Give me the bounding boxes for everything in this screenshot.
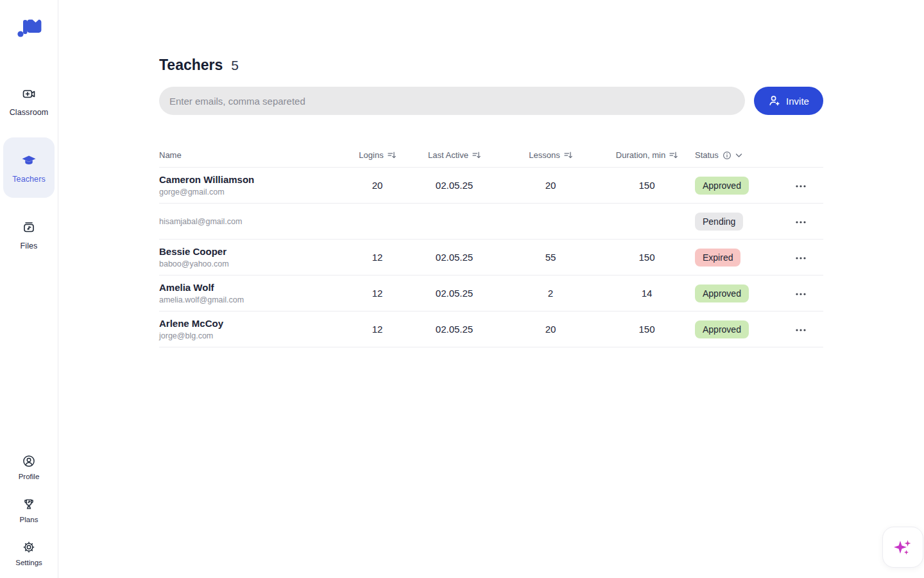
teacher-count: 5 <box>231 58 239 73</box>
info-icon[interactable] <box>723 151 732 160</box>
row-menu-button[interactable] <box>791 252 810 264</box>
teachers-table: Name Logins Last Active <box>159 143 823 347</box>
logins-value: 12 <box>348 324 406 335</box>
table-header: Name Logins Last Active <box>159 143 823 168</box>
column-header-last-active[interactable]: Last Active <box>406 150 502 160</box>
graduation-cap-icon <box>21 153 37 168</box>
table-row: Bessie Cooper baboo@yahoo.com 12 02.05.2… <box>159 240 823 276</box>
table-row: Amelia Wolf amelia.wolf@gmail.com 12 02.… <box>159 276 823 311</box>
files-box-icon <box>21 220 37 235</box>
sort-icon[interactable] <box>564 151 572 159</box>
logins-value: 12 <box>348 252 406 263</box>
sort-icon[interactable] <box>388 151 396 159</box>
column-header-logins[interactable]: Logins <box>348 150 406 160</box>
teacher-name: Arlene McCoy <box>159 318 348 329</box>
invite-button-label: Invite <box>786 96 809 107</box>
status-badge: Approved <box>695 320 749 338</box>
duration-value: 150 <box>599 252 695 263</box>
lessons-value: 20 <box>502 324 599 335</box>
sidebar-bottom-nav: Profile Plans <box>15 454 42 566</box>
actions-cell <box>778 287 823 300</box>
row-menu-button[interactable] <box>791 180 810 192</box>
invite-button[interactable]: Invite <box>754 87 823 115</box>
table-row: hisamjabal@gmail.com Pending <box>159 204 823 240</box>
sidebar-item-plans[interactable]: Plans <box>20 497 38 523</box>
sort-icon[interactable] <box>669 151 678 159</box>
teacher-email: baboo@yahoo.com <box>159 259 348 268</box>
status-cell: Expired <box>695 249 778 267</box>
sort-icon[interactable] <box>472 151 481 159</box>
gear-icon <box>22 540 36 554</box>
sidebar-item-label: Settings <box>15 559 42 566</box>
teacher-name: Bessie Cooper <box>159 246 348 257</box>
actions-cell <box>778 323 823 336</box>
actions-cell <box>778 215 823 228</box>
row-menu-button[interactable] <box>791 324 810 336</box>
status-cell: Approved <box>695 285 778 302</box>
trophy-icon <box>22 497 36 511</box>
app-logo[interactable] <box>15 14 43 42</box>
sidebar-item-profile[interactable]: Profile <box>19 454 40 480</box>
sidebar-item-label: Teachers <box>12 175 46 184</box>
last-active-value: 02.05.25 <box>406 180 502 191</box>
teacher-name: Cameron Williamson <box>159 174 348 185</box>
status-cell: Pending <box>695 213 778 231</box>
column-header-status[interactable]: Status <box>695 150 778 160</box>
teacher-email: hisamjabal@gmail.com <box>159 217 348 226</box>
page-title: Teachers <box>159 57 223 74</box>
status-badge: Approved <box>695 177 749 195</box>
invite-row: Invite <box>159 87 823 115</box>
lessons-value: 2 <box>502 288 599 299</box>
table-row: Arlene McCoy jorge@blg.com 12 02.05.25 2… <box>159 311 823 347</box>
duration-value: 150 <box>599 180 695 191</box>
row-menu-button[interactable] <box>791 216 810 228</box>
page-header: Teachers 5 <box>159 57 823 74</box>
sidebar-item-settings[interactable]: Settings <box>15 540 42 566</box>
duration-value: 150 <box>599 324 695 335</box>
name-cell: Bessie Cooper baboo@yahoo.com <box>159 246 348 268</box>
column-header-duration[interactable]: Duration, min <box>599 150 695 160</box>
last-active-value: 02.05.25 <box>406 288 502 299</box>
last-active-value: 02.05.25 <box>406 252 502 263</box>
status-badge: Pending <box>695 213 743 231</box>
sidebar-item-files[interactable]: Files <box>3 204 55 265</box>
lessons-value: 55 <box>502 252 599 263</box>
lessons-value: 20 <box>502 180 599 191</box>
column-header-lessons[interactable]: Lessons <box>502 150 599 160</box>
teacher-email: gorge@gmail.com <box>159 188 348 197</box>
person-plus-icon <box>768 94 781 107</box>
logins-value: 20 <box>348 180 406 191</box>
video-plus-icon <box>21 86 37 101</box>
chevron-down-icon[interactable] <box>735 153 742 158</box>
column-header-name: Name <box>159 150 348 160</box>
sidebar-nav: Classroom Teachers <box>3 71 55 265</box>
app-window: Classroom Teachers <box>0 0 924 578</box>
ai-assistant-button[interactable] <box>882 527 923 568</box>
actions-cell <box>778 251 823 264</box>
sidebar-item-classroom[interactable]: Classroom <box>3 71 55 131</box>
name-cell: Arlene McCoy jorge@blg.com <box>159 318 348 340</box>
duration-value: 14 <box>599 288 695 299</box>
email-input[interactable] <box>159 87 745 115</box>
logins-value: 12 <box>348 288 406 299</box>
status-badge: Approved <box>695 285 749 302</box>
sidebar-item-teachers[interactable]: Teachers <box>3 137 55 198</box>
main-area: Teachers 5 Invite <box>58 0 924 578</box>
status-cell: Approved <box>695 177 778 195</box>
name-cell: Amelia Wolf amelia.wolf@gmail.com <box>159 282 348 304</box>
status-badge: Expired <box>695 249 740 267</box>
profile-icon <box>22 454 36 468</box>
sidebar-item-label: Files <box>21 241 38 250</box>
table-body: Cameron Williamson gorge@gmail.com 20 02… <box>159 168 823 347</box>
name-cell: Cameron Williamson gorge@gmail.com <box>159 174 348 197</box>
sidebar-item-label: Classroom <box>10 108 49 117</box>
table-row: Cameron Williamson gorge@gmail.com 20 02… <box>159 168 823 204</box>
teacher-name: Amelia Wolf <box>159 282 348 293</box>
sidebar-item-label: Plans <box>20 516 38 523</box>
logo-icon <box>15 14 43 42</box>
sparkles-icon <box>893 537 913 557</box>
sidebar: Classroom Teachers <box>0 0 58 578</box>
teacher-email: amelia.wolf@gmail.com <box>159 295 348 304</box>
last-active-value: 02.05.25 <box>406 324 502 335</box>
row-menu-button[interactable] <box>791 288 810 300</box>
